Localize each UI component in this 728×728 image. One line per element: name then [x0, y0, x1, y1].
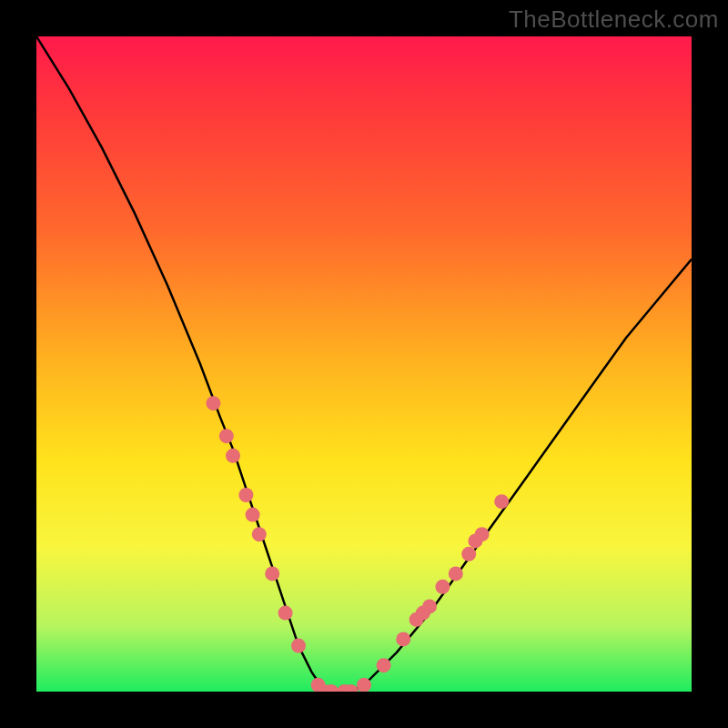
- chart-frame: TheBottleneck.com: [0, 0, 728, 728]
- data-marker: [226, 449, 240, 463]
- plot-area: [36, 36, 692, 692]
- data-marker: [238, 488, 253, 502]
- data-marker: [435, 580, 450, 594]
- data-marker: [396, 632, 410, 646]
- data-marker: [291, 639, 306, 653]
- data-marker: [494, 494, 509, 509]
- data-marker: [206, 396, 220, 410]
- data-marker: [461, 547, 476, 561]
- data-marker: [246, 508, 260, 522]
- data-marker: [449, 566, 463, 581]
- data-markers: [206, 396, 509, 692]
- data-marker: [278, 606, 293, 621]
- watermark-label: TheBottleneck.com: [509, 5, 719, 34]
- data-marker: [422, 599, 437, 613]
- bottleneck-curve: [36, 36, 692, 692]
- data-marker: [265, 566, 279, 581]
- data-marker: [219, 429, 234, 443]
- data-marker: [252, 527, 267, 541]
- data-marker: [377, 658, 391, 672]
- chart-svg: [36, 36, 692, 692]
- data-marker: [475, 527, 490, 541]
